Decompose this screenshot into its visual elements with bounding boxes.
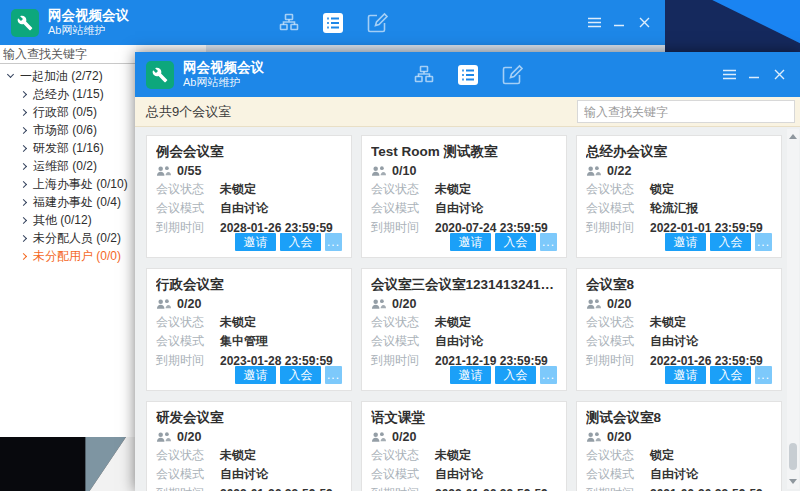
status-label: 会议状态 [586,314,642,331]
scrollbar-thumb[interactable] [789,443,797,470]
desktop-wallpaper-bottom-left [0,437,140,491]
tree-item-label: 研发部 (1/16) [33,140,104,157]
join-button[interactable]: 入会 [280,233,321,251]
room-count: 0/20 [607,297,631,311]
edit-icon[interactable] [365,11,389,35]
sidebar-tree-item[interactable]: 市场部 (0/6) [0,121,136,139]
room-capacity-row: 0/10 [371,162,557,180]
sidebar-tree-item[interactable]: 运维部 (0/2) [0,157,136,175]
window-controls [586,0,652,45]
rooms-toolbar: 总共9个会议室 [135,97,800,127]
tree-item-label: 福建办事处 (0/4) [33,194,121,211]
sidebar-tree-item[interactable]: 福建办事处 (0/4) [0,193,136,211]
app-logo-wrench-icon [146,61,174,89]
rooms-summary: 总共9个会议室 [146,103,231,121]
mode-label: 会议模式 [156,333,212,350]
chevron-right-icon [20,216,27,223]
status-label: 会议状态 [586,447,642,464]
status-label: 会议状态 [371,447,427,464]
card-actions: 邀请 入会 ... [450,366,557,384]
sidebar-tree-item[interactable]: 研发部 (1/16) [0,139,136,157]
sidebar-search-input[interactable] [0,45,136,64]
invite-button[interactable]: 邀请 [665,366,706,384]
meeting-room-card: 会议室三会议室123141324141三会... 0/20 会议状态 未锁定 会… [361,268,567,391]
mode-value: 自由讨论 [650,466,698,483]
people-icon [586,165,601,177]
room-name: 测试会议室8 [586,408,772,428]
meeting-room-card: 行政会议室 0/20 会议状态 未锁定 会议模式 集中管理 到期时间 2023-… [146,268,352,391]
sidebar-tree-item[interactable]: 其他 (0/12) [0,211,136,229]
status-value: 未锁定 [220,314,256,331]
room-status-row: 会议状态 未锁定 [156,180,342,199]
room-name: 总经办会议室 [586,142,772,162]
sidebar-tree-item[interactable]: 一起加油 (2/72) [0,67,136,85]
vertical-scrollbar[interactable] [787,129,799,489]
more-button[interactable]: ... [325,233,342,251]
room-count: 0/20 [177,297,201,311]
minimize-icon[interactable] [746,67,762,83]
room-name: Test Room 测试教室 [371,142,557,162]
close-icon[interactable] [771,67,787,83]
invite-button[interactable]: 邀请 [235,366,276,384]
room-mode-row: 会议模式 轮流汇报 [586,199,772,218]
department-tree: 一起加油 (2/72) 总经办 (1/15) 行政部 (0/5) 市场部 (0/… [0,64,136,265]
join-button[interactable]: 入会 [495,233,536,251]
menu-icon[interactable] [721,67,737,83]
list-view-icon[interactable] [456,63,480,87]
mode-value: 自由讨论 [650,333,698,350]
scroll-up-icon[interactable] [789,134,797,139]
chevron-right-icon [20,108,27,115]
desktop: 网会视频会议 Ab网站维护 [0,0,800,491]
edit-icon[interactable] [500,63,524,87]
main-titlebar[interactable]: 网会视频会议 Ab网站维护 [135,52,800,97]
expire-value: 2021-06-30 23:59:59 [650,487,763,491]
scroll-down-icon[interactable] [789,479,797,484]
app-title: 网会视频会议 [48,8,129,24]
app-titles: 网会视频会议 Ab网站维护 [48,8,129,36]
join-button[interactable]: 入会 [495,366,536,384]
minimize-icon[interactable] [611,15,627,31]
more-button[interactable]: ... [755,233,772,251]
room-count: 0/55 [177,164,201,178]
people-icon [156,298,171,310]
close-icon[interactable] [636,15,652,31]
people-icon [371,431,386,443]
more-button[interactable]: ... [540,366,557,384]
join-button[interactable]: 入会 [280,366,321,384]
meeting-room-card: 总经办会议室 0/22 会议状态 锁定 会议模式 轮流汇报 到期时间 2022-… [576,135,782,258]
invite-button[interactable]: 邀请 [235,233,276,251]
mode-label: 会议模式 [586,200,642,217]
people-icon [586,298,601,310]
app-titles: 网会视频会议 Ab网站维护 [183,60,264,88]
menu-icon[interactable] [586,15,602,31]
background-titlebar[interactable]: 网会视频会议 Ab网站维护 [0,0,665,45]
list-view-icon[interactable] [321,11,345,35]
tree-item-label: 市场部 (0/6) [33,122,97,139]
sidebar-tree-item[interactable]: 总经办 (1/15) [0,85,136,103]
invite-button[interactable]: 邀请 [450,366,491,384]
room-mode-row: 会议模式 集中管理 [156,332,342,351]
join-button[interactable]: 入会 [710,233,751,251]
meeting-room-card: 研发会议室 0/20 会议状态 未锁定 会议模式 自由讨论 到期时间 2022-… [146,401,352,491]
org-chart-icon[interactable] [277,11,301,35]
more-button[interactable]: ... [755,366,772,384]
room-expire-row: 到期时间 2022-01-26 23:59:59 [371,484,557,491]
mode-label: 会议模式 [371,466,427,483]
invite-button[interactable]: 邀请 [665,233,706,251]
people-icon [371,165,386,177]
app-logo-wrench-icon [11,9,39,37]
more-button[interactable]: ... [540,233,557,251]
org-chart-icon[interactable] [412,63,436,87]
expire-label: 到期时间 [156,219,212,236]
more-button[interactable]: ... [325,366,342,384]
sidebar-tree-item[interactable]: 行政部 (0/5) [0,103,136,121]
people-icon [586,431,601,443]
join-button[interactable]: 入会 [710,366,751,384]
rooms-search-input[interactable] [577,100,795,123]
invite-button[interactable]: 邀请 [450,233,491,251]
sidebar-tree-item[interactable]: 未分配人员 (0/2) [0,229,136,247]
sidebar-tree-item[interactable]: 未分配用户 (0/0) [0,247,136,265]
room-name: 研发会议室 [156,408,342,428]
people-icon [156,431,171,443]
sidebar-tree-item[interactable]: 上海办事处 (0/10) [0,175,136,193]
